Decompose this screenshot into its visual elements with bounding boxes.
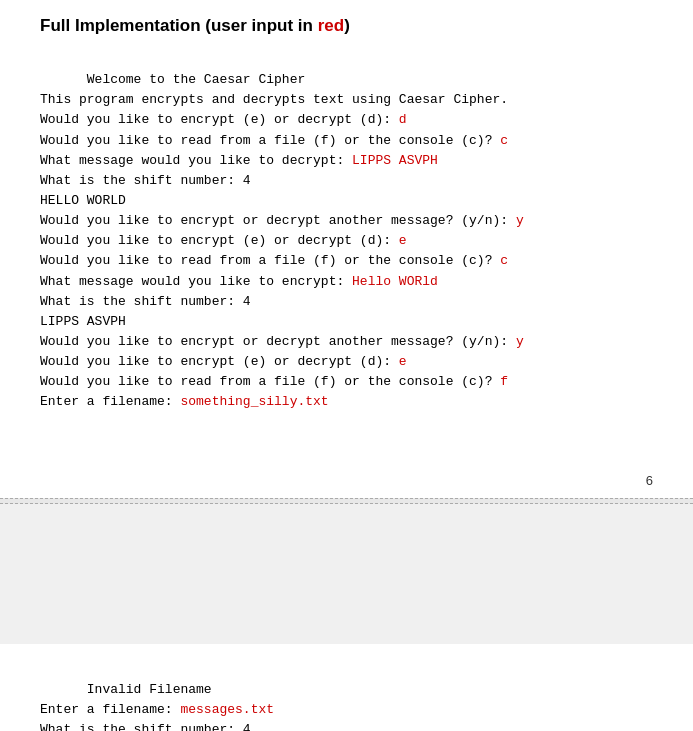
line-5: What message would you like to decrypt: … [40, 153, 438, 168]
input-lipps-asvph1: LIPPS ASVPH [352, 153, 438, 168]
bottom-code-block: Invalid Filename Enter a filename: messa… [40, 660, 653, 731]
input-c1: c [500, 133, 508, 148]
line-13: LIPPS ASVPH [40, 314, 126, 329]
page-title: Full Implementation (user input in red) [40, 16, 653, 36]
line-17: Enter a filename: something_silly.txt [40, 394, 329, 409]
input-f1: f [500, 374, 508, 389]
line-11: What message would you like to encrypt: … [40, 274, 438, 289]
line-15: Would you like to encrypt (e) or decrypt… [40, 354, 407, 369]
input-e1: e [399, 233, 407, 248]
top-section: Full Implementation (user input in red) … [0, 0, 693, 473]
top-code-block: Welcome to the Caesar Cipher This progra… [40, 50, 653, 453]
input-y1: y [516, 213, 524, 228]
line-12: What is the shift number: 4 [40, 294, 251, 309]
input-c2: c [500, 253, 508, 268]
input-messages-txt: messages.txt [180, 702, 274, 717]
bottom-line-2: Enter a filename: messages.txt [40, 702, 274, 717]
bottom-line-3: What is the shift number: 4 [40, 722, 251, 731]
input-e2: e [399, 354, 407, 369]
line-16: Would you like to read from a file (f) o… [40, 374, 508, 389]
line-14: Would you like to encrypt or decrypt ano… [40, 334, 524, 349]
input-something-silly: something_silly.txt [180, 394, 328, 409]
line-3: Would you like to encrypt (e) or decrypt… [40, 112, 407, 127]
bottom-line-1: Invalid Filename [87, 682, 212, 697]
page-container: Full Implementation (user input in red) … [0, 0, 693, 731]
line-6: What is the shift number: 4 [40, 173, 251, 188]
input-y2: y [516, 334, 524, 349]
line-1: Welcome to the Caesar Cipher [87, 72, 305, 87]
line-2: This program encrypts and decrypts text … [40, 92, 508, 107]
title-red-text: red [318, 16, 344, 35]
input-hello-world: Hello WORld [352, 274, 438, 289]
line-7: HELLO WORLD [40, 193, 126, 208]
line-10: Would you like to read from a file (f) o… [40, 253, 508, 268]
line-4: Would you like to read from a file (f) o… [40, 133, 508, 148]
page-number: 6 [0, 473, 693, 498]
input-d: d [399, 112, 407, 127]
bottom-section: Invalid Filename Enter a filename: messa… [0, 644, 693, 731]
line-8: Would you like to encrypt or decrypt ano… [40, 213, 524, 228]
gap-section [0, 504, 693, 644]
line-9: Would you like to encrypt (e) or decrypt… [40, 233, 407, 248]
